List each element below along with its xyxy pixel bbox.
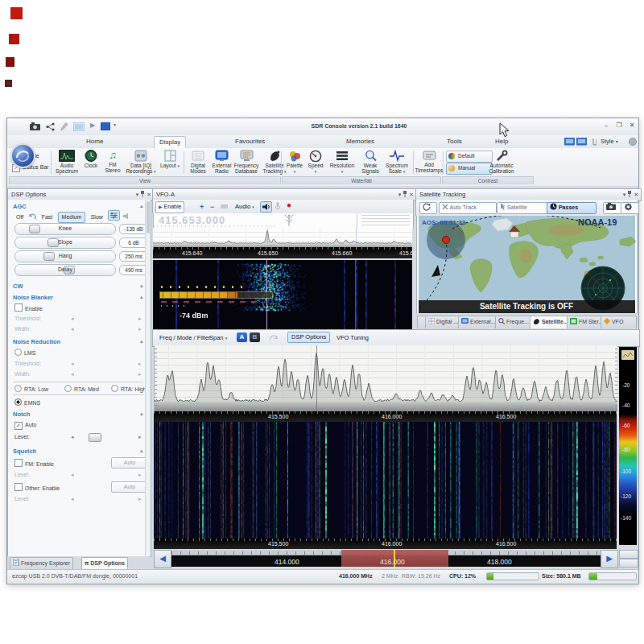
paperclip-icon[interactable]	[590, 138, 597, 147]
vfo-frequency-display[interactable]: 415.653.000	[159, 214, 225, 226]
camera-icon[interactable]	[30, 122, 40, 130]
panel-close-icon[interactable]: ✕	[147, 192, 151, 197]
nr-threshold-slider[interactable]: Threshold:◂▸	[14, 361, 147, 369]
speaker-button[interactable]	[260, 201, 272, 213]
tab-frequency-explorer[interactable]: Frequency Explorer	[10, 557, 73, 570]
agc-sliders-icon[interactable]	[108, 210, 120, 221]
nav-bar[interactable]: 414.000 416.000 418.000	[171, 550, 601, 567]
ribbon-button-speed[interactable]: Speed▾	[305, 150, 326, 175]
preview-window-icon[interactable]	[73, 122, 85, 131]
agc-slow-button[interactable]: Slow	[88, 213, 106, 222]
ribbon-button-resolution[interactable]: Resolution▾	[326, 150, 358, 175]
main-waterfall[interactable]	[154, 422, 617, 539]
rta-med-radio[interactable]: RTA: Med	[64, 385, 99, 392]
pin-icon[interactable]	[402, 191, 407, 197]
tab-digital[interactable]: Digital ...	[425, 316, 461, 328]
tab-external[interactable]: External...	[458, 316, 498, 328]
satellite-refresh-button[interactable]	[419, 202, 437, 214]
nr-width-slider[interactable]: Width:◂▸	[14, 371, 147, 379]
nav-right-button[interactable]: ▶	[601, 550, 618, 568]
main-spectrum[interactable]	[154, 345, 617, 411]
style-menu[interactable]: Style ▾	[601, 138, 618, 145]
satellite-select-button[interactable]: Satellite	[497, 202, 548, 214]
monitor-blue2-icon[interactable]	[576, 138, 587, 146]
ribbon-button-palette[interactable]: Palette▾	[284, 150, 305, 175]
blue-screen-icon[interactable]	[101, 122, 110, 130]
ribbon-button-weak-signals[interactable]: Weak Signals	[358, 150, 382, 175]
nb-width-slider[interactable]: Width:◂▸	[14, 326, 147, 334]
main-frequency-scale[interactable]: 415.500 416.000 416.500	[154, 411, 617, 422]
agc-medium-button[interactable]: Medium	[58, 212, 86, 223]
pin-icon[interactable]	[627, 191, 632, 197]
squelch-collapse-icon[interactable]: ▴	[140, 448, 143, 454]
cw-section-label[interactable]: CW	[13, 283, 23, 290]
freq-mode-filter-button[interactable]: Freq / Mode / Filter	[159, 334, 210, 341]
tab-dsp-options[interactable]: π DSP Options	[81, 557, 128, 570]
dsp-scrollbar[interactable]	[145, 200, 151, 556]
ribbon-button-automatic-calibration[interactable]: Automatic Calibration	[484, 150, 519, 175]
cw-collapse-icon[interactable]: ▴	[140, 283, 143, 289]
zoom-out-button[interactable]: −	[210, 203, 214, 211]
tab-favourites[interactable]: Favourites	[230, 136, 270, 147]
agc-off-button[interactable]: Off	[13, 213, 27, 222]
nb-collapse-icon[interactable]: ▴	[140, 294, 143, 300]
squelch-fm-enable-checkbox[interactable]: FM: EnableAuto	[14, 459, 147, 467]
contrast-up-button[interactable]	[619, 550, 638, 559]
nb-section-label[interactable]: Noise Blanker	[13, 294, 53, 301]
tab-display[interactable]: Display	[154, 136, 186, 148]
vfo-spectrum[interactable]	[153, 228, 412, 247]
play-icon[interactable]: ▶	[90, 122, 95, 129]
panel-close-icon[interactable]: ✕	[634, 192, 638, 197]
dsp-options-toggle[interactable]: DSP Options	[287, 332, 330, 343]
tab-home[interactable]: Home	[81, 136, 108, 147]
vfo-a-toggle[interactable]: A	[237, 332, 247, 342]
tab-vfo-tuning[interactable]: VFO Tu...	[601, 316, 637, 328]
vfo-tuning-button[interactable]: VFO Tuning	[336, 334, 369, 341]
nr-collapse-icon[interactable]: ▴	[140, 338, 143, 345]
squelch-other-enable-checkbox[interactable]: Other: EnableAuto	[14, 483, 147, 491]
notch-collapse-icon[interactable]: ▴	[140, 411, 143, 417]
notch-level-slider[interactable]: Level:◂▸	[14, 434, 147, 442]
auto-track-button[interactable]: Auto Track	[439, 202, 497, 214]
agc-hang-slider[interactable]: Hang	[14, 250, 116, 262]
ribbon-button-external-radio[interactable]: External Radio	[210, 150, 233, 175]
pencil-icon[interactable]	[60, 122, 69, 131]
agc-delay-slider[interactable]: Delay	[14, 264, 116, 276]
ribbon-button-layout[interactable]: Layout ▾	[158, 150, 182, 175]
notch-section-label[interactable]: Notch	[13, 411, 30, 418]
fit-button[interactable]	[221, 204, 228, 208]
tab-frequency[interactable]: Freque...	[495, 316, 532, 328]
ribbon-button-add-timestamps[interactable]: Add Timestamps	[416, 150, 442, 175]
agc-knee-slider[interactable]: Knee	[14, 223, 116, 235]
satellite-map[interactable]: Satellite Tracking is OFF AOS: 00:31:33 …	[416, 216, 638, 313]
title-bar[interactable]: ▶ ▾ SDR Console version 2.1 build 1640 –…	[7, 118, 638, 136]
panel-menu-icon[interactable]: ▾	[398, 192, 402, 197]
vfo-enable-button[interactable]: ▶ Enable	[155, 201, 184, 213]
nav-left-button[interactable]: ◀	[154, 550, 171, 568]
record-button[interactable]: ●	[287, 200, 291, 209]
ribbon-button-data-recordings[interactable]: Data [IQ] Recordings ▾	[124, 150, 158, 175]
rta-high-radio[interactable]: RTA: High	[111, 385, 147, 392]
tab-tools[interactable]: Tools	[442, 136, 467, 147]
snapshot-button[interactable]	[603, 202, 621, 214]
squelch-fm-level-slider[interactable]: Level:◂▸	[14, 472, 147, 480]
about-icon[interactable]	[629, 138, 637, 146]
mic-button[interactable]	[274, 202, 282, 211]
agc-slope-slider[interactable]: Slope	[14, 237, 116, 249]
tab-satellite[interactable]: Satellite...	[530, 316, 572, 328]
notch-auto-checkbox[interactable]: ✓Auto	[14, 422, 147, 430]
tab-memories[interactable]: Memories	[341, 136, 379, 147]
panel-menu-icon[interactable]: ▾	[136, 192, 139, 197]
squelch-other-level-slider[interactable]: Level:◂▸	[14, 496, 147, 504]
panel-menu-icon[interactable]: ▾	[623, 192, 626, 197]
nr-section-label[interactable]: Noise Reduction	[13, 338, 60, 345]
nr-emns-radio[interactable]: EMNS	[14, 398, 147, 407]
agc-collapse-icon[interactable]: ▴	[140, 203, 143, 209]
minimize-button[interactable]: –	[601, 121, 612, 130]
ribbon-button-clock[interactable]: Clock	[80, 150, 101, 175]
ribbon-button-audio-spectrum[interactable]: Audio Spectrum	[53, 150, 80, 175]
nr-lms-radio[interactable]: LMS	[14, 349, 147, 357]
waterfall-frequency-scale[interactable]: 415.500 416.000 416.500	[154, 539, 617, 549]
notch-level-handle[interactable]	[89, 433, 101, 442]
monitor-blue-icon[interactable]	[564, 138, 575, 146]
